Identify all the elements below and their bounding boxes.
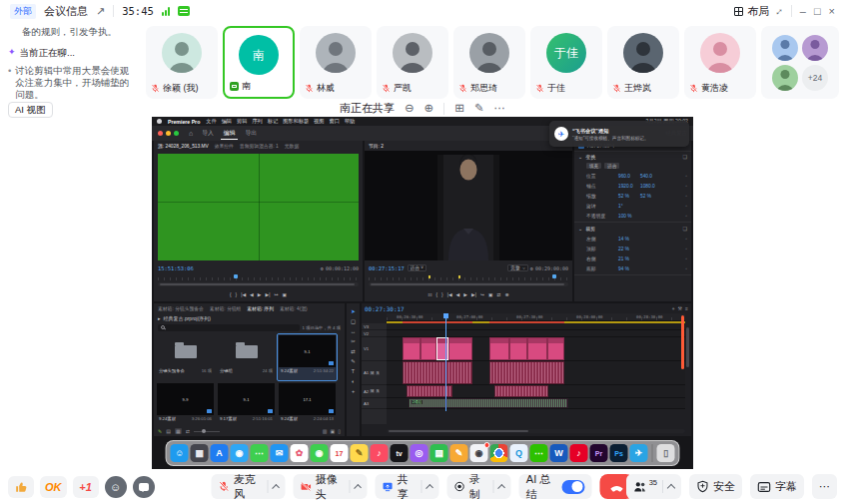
project-folder-item[interactable]: 分镜组24 项 [217, 334, 276, 380]
dock-icon-trash[interactable]: ▯ [657, 444, 675, 462]
project-clip-item[interactable]: 9-99.24素材3:26:01:06 [156, 382, 215, 428]
transport-icon[interactable]: ▣ [488, 292, 493, 297]
fx-chip-button[interactable]: 适合 [604, 163, 619, 169]
timeline-video-clip[interactable] [509, 337, 527, 360]
dock-icon-appstore[interactable]: A [211, 444, 229, 462]
dock-icon-notes[interactable]: ✎ [351, 444, 369, 462]
tool-icon[interactable]: + [352, 388, 355, 394]
close-button[interactable]: × [829, 5, 835, 17]
timeline-video-clip[interactable] [421, 337, 436, 360]
maximize-button[interactable]: □ [814, 5, 821, 17]
dock-icon-apple-tv[interactable]: tv [391, 444, 409, 462]
source-scrollbar[interactable] [158, 282, 359, 286]
timeline-video-clip[interactable] [547, 337, 564, 360]
dock-icon-safari[interactable]: ◉ [231, 444, 249, 462]
project-tab[interactable]: 素材箱: 序列 [247, 305, 274, 311]
annotate-icon[interactable]: ✎ [474, 103, 484, 115]
workspace-tab[interactable]: 导入 [199, 128, 217, 140]
ai-summary-button[interactable]: AI 总结 [519, 474, 592, 499]
transport-icon[interactable]: { [230, 292, 232, 297]
source-tab[interactable]: 音频剪辑混合器: 1 [240, 143, 279, 149]
tool-icon[interactable]: ➤ [351, 308, 356, 314]
transport-icon[interactable]: ◀ [456, 292, 460, 297]
transport-icon[interactable]: ◀ [250, 292, 254, 297]
camera-options-caret[interactable] [354, 484, 362, 492]
dock-icon-photos[interactable]: ✿ [291, 444, 309, 462]
search-input[interactable] [158, 324, 300, 331]
dock-icon-chrome[interactable] [490, 444, 508, 462]
fx-section-header[interactable]: ⌄裁剪❏ [574, 224, 691, 234]
fx-property-row[interactable]: 左侧14 %◦ [574, 234, 691, 244]
dock-icon-word[interactable]: W [550, 444, 568, 462]
dock-icon-finder[interactable]: ☺ [171, 444, 189, 462]
dock-icon-music[interactable]: ♪ [371, 444, 389, 462]
project-breadcrumb[interactable]: ▸ 经典复古.prproj(序列) [154, 313, 345, 322]
transport-icon[interactable]: ▶ [463, 292, 467, 297]
timeline-audio-clip[interactable] [494, 385, 548, 397]
window-traffic-lights[interactable] [158, 131, 179, 136]
delete-icon[interactable]: ▯ [338, 428, 341, 434]
fx-property-row[interactable]: 不透明度100 %◦ [574, 211, 691, 221]
participant-tile[interactable]: 黄浩凌 [684, 26, 756, 99]
microphone-button[interactable]: 麦克风 [212, 474, 286, 499]
timeline-orange-scrollbar[interactable] [681, 315, 684, 369]
menu-item[interactable]: 标记 [268, 118, 278, 125]
dock-icon-podcasts[interactable]: ◎ [411, 444, 428, 462]
timeline-vscrollbar[interactable] [686, 327, 689, 367]
timeline-lane[interactable] [387, 330, 685, 337]
list-view-icon[interactable]: ▤ [166, 428, 171, 434]
timeline-video-clip[interactable] [436, 337, 448, 360]
shuttle-icon[interactable]: ⇄ [186, 428, 190, 434]
video-track-header[interactable]: V2 [362, 330, 387, 337]
transport-icon[interactable]: ↦ [274, 292, 278, 297]
camera-button[interactable]: 摄像头 [294, 474, 368, 499]
transport-icon[interactable]: ▶| [266, 292, 271, 297]
dock-icon-mail[interactable]: ✉ [271, 444, 289, 462]
subtitles-button[interactable]: 字幕 [750, 474, 804, 499]
timeline-hscrollbar[interactable] [387, 429, 685, 433]
apple-logo-icon[interactable] [157, 119, 162, 124]
home-icon[interactable]: ⌂ [189, 130, 193, 137]
share-screen-button[interactable]: 共享 [376, 474, 439, 499]
transport-icon[interactable]: ⊕ [505, 292, 509, 297]
transport-icon[interactable]: ↪ [480, 292, 484, 297]
project-clip-item[interactable]: 17-19.24素材2:24:04:13 [278, 382, 337, 428]
dock-icon-premiere[interactable]: Pr [590, 444, 608, 462]
new-item-icon[interactable]: ▣ [331, 428, 336, 434]
source-scrub-bar[interactable] [158, 274, 359, 280]
menu-item[interactable]: 文件 [206, 118, 216, 125]
tool-icon[interactable]: ✂ [351, 338, 356, 344]
dock-icon-facetime[interactable]: ◉ [311, 444, 329, 462]
project-clip-item[interactable]: 9-19.17素材2:51:16:01 [217, 382, 276, 428]
timeline-video-clip[interactable] [489, 337, 509, 360]
transport-icon[interactable]: ▶| [471, 292, 476, 297]
wrench-icon[interactable]: ⚙ [321, 265, 324, 271]
resolution-dropdown[interactable]: 完整 ˅ [507, 264, 528, 271]
project-tab[interactable]: 素材箱: 分镜头预备会 [158, 305, 204, 311]
share-more-icon[interactable]: ⋯ [494, 103, 506, 115]
workspace-tab[interactable]: 导出 [242, 128, 260, 140]
fx-property-row[interactable]: 旋转1°◦ [574, 201, 691, 211]
security-button[interactable]: 安全 [689, 474, 742, 499]
video-track-header[interactable]: V3 [362, 323, 387, 330]
thumbs-up-reaction-button[interactable] [8, 476, 34, 498]
zoom-out-icon[interactable]: ⊖ [405, 103, 415, 115]
transport-icon[interactable]: ▣ [282, 292, 287, 297]
minimize-button[interactable]: – [800, 5, 806, 17]
audio-track-header[interactable]: A3 [362, 398, 387, 409]
tool-icon[interactable]: ⇄ [351, 348, 356, 354]
timeline-video-clip[interactable] [527, 337, 547, 360]
timeline-music-clip[interactable]: 2通道 [409, 398, 568, 408]
program-monitor-video[interactable] [365, 151, 572, 260]
dock-icon-numbers[interactable]: ▤ [430, 444, 448, 462]
source-playhead[interactable] [234, 274, 238, 278]
fit-dropdown[interactable]: 适合 ˅ [408, 264, 426, 271]
zoom-in-icon[interactable]: ⊕ [424, 103, 434, 115]
timeline-ruler[interactable]: 00:26:30:0000:27:00:0000:27:30:0000:28:0… [387, 313, 685, 321]
fx-chip-button[interactable]: 填充 [586, 163, 601, 169]
participant-tile[interactable]: 严凯 [377, 26, 448, 99]
source-tab[interactable]: 元数据 [285, 143, 299, 149]
network-quality-icon[interactable] [178, 6, 190, 16]
menu-item[interactable]: 窗口 [329, 118, 339, 125]
share-link-icon[interactable]: ↗ [96, 5, 105, 18]
